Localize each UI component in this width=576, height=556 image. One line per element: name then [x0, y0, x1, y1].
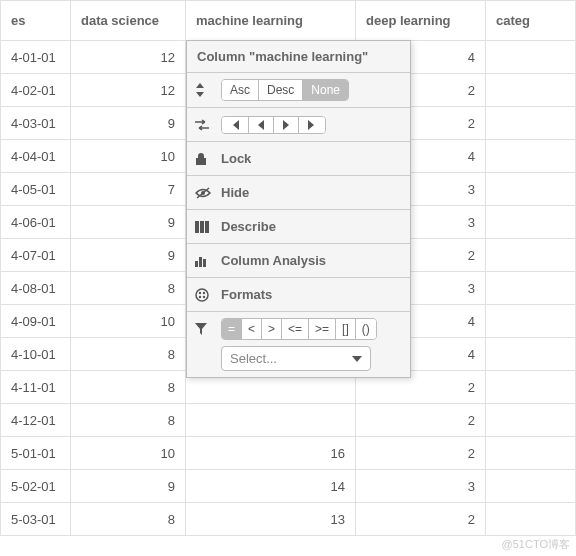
op-ge-button[interactable]: >= — [309, 319, 336, 339]
col-header-deep-learning[interactable]: deep learning — [356, 1, 486, 41]
cell-dl[interactable]: 2 — [356, 437, 486, 470]
formats-label: Formats — [221, 287, 272, 302]
op-le-button[interactable]: <= — [282, 319, 309, 339]
lock-label: Lock — [221, 151, 251, 166]
analysis-row[interactable]: Column Analysis — [187, 244, 410, 278]
formats-row[interactable]: Formats — [187, 278, 410, 312]
hide-row[interactable]: Hide — [187, 176, 410, 210]
cell-ds[interactable]: 7 — [71, 173, 186, 206]
cell-ds[interactable]: 10 — [71, 305, 186, 338]
sort-asc-button[interactable]: Asc — [222, 80, 259, 100]
cell-categ[interactable] — [486, 437, 576, 470]
op-lt-button[interactable]: < — [242, 319, 262, 339]
table-row[interactable]: 5-03-018132 — [1, 503, 576, 536]
hide-icon — [195, 187, 213, 199]
col-header-machine-learning[interactable]: machine learning — [186, 1, 356, 41]
svg-rect-5 — [195, 261, 198, 267]
sort-none-button[interactable]: None — [303, 80, 348, 100]
cell-ml[interactable] — [186, 404, 356, 437]
cell-date[interactable]: 4-06-01 — [1, 206, 71, 239]
cell-categ[interactable] — [486, 41, 576, 74]
cell-categ[interactable] — [486, 371, 576, 404]
op-eq-button[interactable]: = — [222, 319, 242, 339]
op-parens-button[interactable]: () — [356, 319, 376, 339]
cell-ml[interactable]: 16 — [186, 437, 356, 470]
move-first-button[interactable] — [222, 117, 249, 133]
cell-date[interactable]: 4-04-01 — [1, 140, 71, 173]
cell-ds[interactable]: 9 — [71, 107, 186, 140]
cell-categ[interactable] — [486, 272, 576, 305]
cell-date[interactable]: 4-03-01 — [1, 107, 71, 140]
svg-point-9 — [199, 291, 201, 293]
cell-date[interactable]: 4-07-01 — [1, 239, 71, 272]
move-next-button[interactable] — [274, 117, 299, 133]
sort-row: Asc Desc None — [187, 73, 410, 108]
chevron-down-icon — [352, 356, 362, 362]
lock-icon — [195, 152, 213, 166]
sort-icon — [195, 83, 213, 97]
col-header-data-science[interactable]: data science — [71, 1, 186, 41]
table-row[interactable]: 4-12-0182 — [1, 404, 576, 437]
cell-categ[interactable] — [486, 338, 576, 371]
cell-ml[interactable]: 13 — [186, 503, 356, 536]
table-row[interactable]: 5-01-0110162 — [1, 437, 576, 470]
op-gt-button[interactable]: > — [262, 319, 282, 339]
cell-date[interactable]: 4-01-01 — [1, 41, 71, 74]
cell-ds[interactable]: 9 — [71, 470, 186, 503]
cell-ds[interactable]: 8 — [71, 371, 186, 404]
cell-categ[interactable] — [486, 173, 576, 206]
cell-categ[interactable] — [486, 305, 576, 338]
cell-date[interactable]: 4-05-01 — [1, 173, 71, 206]
hide-label: Hide — [221, 185, 249, 200]
cell-categ[interactable] — [486, 140, 576, 173]
op-brackets-button[interactable]: [] — [336, 319, 356, 339]
col-header-dates[interactable]: es — [1, 1, 71, 41]
cell-date[interactable]: 4-11-01 — [1, 371, 71, 404]
cell-ds[interactable]: 9 — [71, 206, 186, 239]
cell-categ[interactable] — [486, 404, 576, 437]
cell-ds[interactable]: 10 — [71, 437, 186, 470]
col-header-categ[interactable]: categ — [486, 1, 576, 41]
lock-row[interactable]: Lock — [187, 142, 410, 176]
cell-ds[interactable]: 10 — [71, 140, 186, 173]
cell-ds[interactable]: 8 — [71, 404, 186, 437]
cell-ds[interactable]: 8 — [71, 272, 186, 305]
cell-ds[interactable]: 12 — [71, 41, 186, 74]
cell-date[interactable]: 4-12-01 — [1, 404, 71, 437]
filter-select-dropdown[interactable]: Select... — [221, 346, 371, 371]
cell-date[interactable]: 5-01-01 — [1, 437, 71, 470]
move-last-button[interactable] — [299, 117, 325, 133]
cell-dl[interactable]: 2 — [356, 503, 486, 536]
cell-categ[interactable] — [486, 206, 576, 239]
cell-categ[interactable] — [486, 74, 576, 107]
move-prev-button[interactable] — [249, 117, 274, 133]
watermark: @51CTO博客 — [502, 537, 570, 552]
cell-date[interactable]: 4-09-01 — [1, 305, 71, 338]
move-buttons — [221, 116, 326, 134]
cell-ds[interactable]: 12 — [71, 74, 186, 107]
cell-dl[interactable]: 3 — [356, 470, 486, 503]
svg-rect-4 — [205, 221, 209, 233]
cell-ml[interactable]: 14 — [186, 470, 356, 503]
cell-categ[interactable] — [486, 239, 576, 272]
cell-date[interactable]: 4-02-01 — [1, 74, 71, 107]
svg-point-10 — [203, 291, 205, 293]
svg-rect-2 — [195, 221, 199, 233]
cell-date[interactable]: 4-10-01 — [1, 338, 71, 371]
cell-ds[interactable]: 9 — [71, 239, 186, 272]
table-row[interactable]: 5-02-019143 — [1, 470, 576, 503]
cell-date[interactable]: 4-08-01 — [1, 272, 71, 305]
cell-categ[interactable] — [486, 107, 576, 140]
cell-dl[interactable]: 2 — [356, 404, 486, 437]
cell-categ[interactable] — [486, 503, 576, 536]
analysis-icon — [195, 255, 213, 267]
cell-ds[interactable]: 8 — [71, 338, 186, 371]
filter-row: = < > <= >= [] () Select... — [187, 312, 410, 377]
cell-categ[interactable] — [486, 470, 576, 503]
describe-row[interactable]: Describe — [187, 210, 410, 244]
menu-title: Column "machine learning" — [187, 41, 410, 73]
sort-desc-button[interactable]: Desc — [259, 80, 303, 100]
cell-date[interactable]: 5-02-01 — [1, 470, 71, 503]
cell-date[interactable]: 5-03-01 — [1, 503, 71, 536]
cell-ds[interactable]: 8 — [71, 503, 186, 536]
